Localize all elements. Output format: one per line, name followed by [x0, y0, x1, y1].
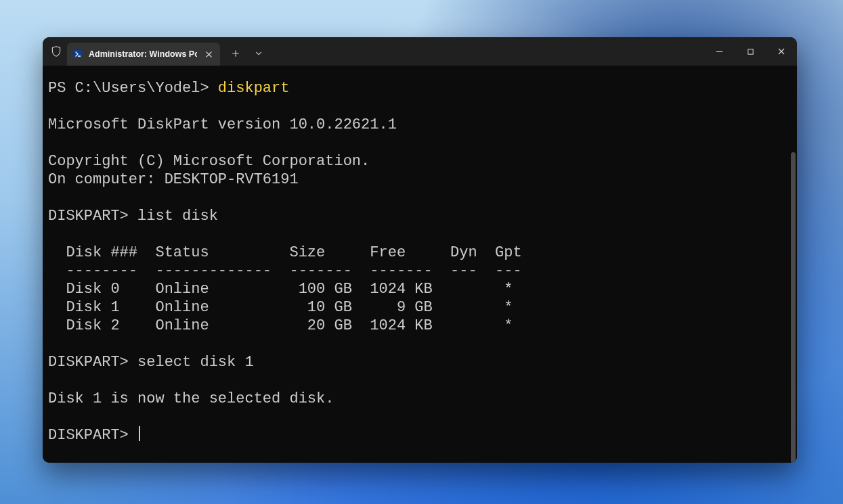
tab-close-button[interactable]: [201, 47, 216, 62]
terminal-line: DISKPART> select disk 1: [48, 354, 254, 371]
scrollbar-thumb[interactable]: [791, 152, 796, 463]
titlebar[interactable]: Administrator: Windows Powe: [43, 37, 797, 66]
tab-title: Administrator: Windows Powe: [89, 49, 197, 59]
terminal-line: PS C:\Users\Yodel> diskpart: [48, 80, 289, 97]
table-row: Disk 0 Online 100 GB 1024 KB *: [48, 281, 513, 298]
text-cursor: [139, 426, 140, 441]
table-header: Disk ### Status Size Free Dyn Gpt: [48, 244, 522, 261]
terminal-line: Copyright (C) Microsoft Corporation.: [48, 153, 370, 170]
svg-rect-0: [748, 49, 752, 53]
terminal-line: Microsoft DiskPart version 10.0.22621.1: [48, 116, 397, 133]
terminal-line: DISKPART>: [48, 427, 140, 444]
close-window-button[interactable]: [766, 37, 797, 66]
new-tab-button[interactable]: [224, 42, 247, 65]
terminal-line: On computer: DESKTOP-RVT6191: [48, 171, 299, 188]
maximize-button[interactable]: [735, 37, 766, 66]
ps-prompt: PS C:\Users\Yodel>: [48, 80, 218, 97]
terminal-line: DISKPART> list disk: [48, 208, 218, 225]
command-diskpart: diskpart: [218, 80, 290, 97]
table-divider: -------- ------------- ------- ------- -…: [48, 262, 522, 279]
diskpart-prompt: DISKPART>: [48, 427, 137, 444]
admin-shield-icon: [49, 45, 63, 58]
tab-powershell[interactable]: Administrator: Windows Powe: [67, 43, 220, 66]
terminal-window: Administrator: Windows Powe: [43, 37, 797, 463]
table-row: Disk 2 Online 20 GB 1024 KB *: [48, 317, 513, 334]
table-row: Disk 1 Online 10 GB 9 GB *: [48, 299, 513, 316]
powershell-icon: [72, 49, 83, 60]
terminal-content[interactable]: PS C:\Users\Yodel> diskpart Microsoft Di…: [43, 66, 797, 463]
tab-dropdown-button[interactable]: [247, 42, 270, 65]
minimize-button[interactable]: [704, 37, 735, 66]
terminal-line: Disk 1 is now the selected disk.: [48, 390, 334, 407]
